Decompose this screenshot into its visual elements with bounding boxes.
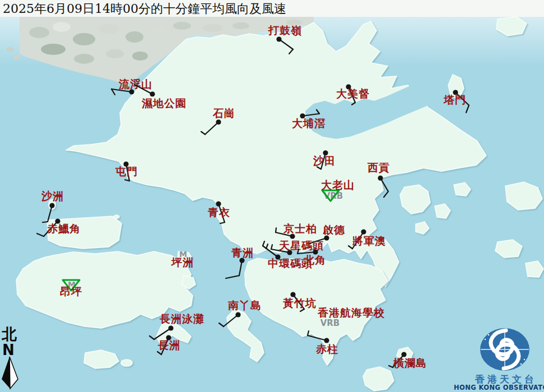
- station-label: 長洲: [157, 339, 180, 351]
- station-label: 塔門: [443, 94, 466, 106]
- station-label: 香港航海學校: [317, 306, 385, 319]
- station-dot: [235, 312, 240, 317]
- station-label: 赤柱: [315, 343, 338, 355]
- station-dot: [324, 235, 329, 240]
- north-label-zh: 北: [1, 325, 17, 343]
- station-label: 南丫島: [227, 299, 262, 311]
- station-label: 大美督: [336, 87, 370, 100]
- wind-barb: [276, 228, 276, 232]
- station-label: 流浮山: [118, 78, 152, 90]
- station-label: 打鼓嶺: [268, 24, 302, 36]
- station-label: 北角: [303, 254, 326, 266]
- station-label: 京士柏: [283, 222, 317, 235]
- station-label: 昂坪: [60, 285, 82, 297]
- station-dot: [276, 36, 281, 41]
- station-label: 天星碼頭: [278, 239, 324, 251]
- station-label: 坪洲: [171, 256, 194, 268]
- station-label: 將軍澳: [352, 235, 386, 247]
- station-label: 沙洲: [41, 190, 64, 202]
- station-dot: [378, 175, 383, 180]
- station-label: 屯門: [115, 165, 138, 178]
- station-flag-vrb: VRB: [320, 318, 340, 328]
- station-label: 濕地公園: [141, 97, 187, 109]
- station-label: 青洲: [231, 246, 254, 259]
- map-title: 2025年6月09日14時00分的十分鐘平均風向及風速: [3, 2, 286, 16]
- station-label: 大埔滘: [292, 117, 326, 129]
- station-label: 長洲泳灘: [159, 312, 204, 325]
- station-label: 大老山: [321, 179, 355, 191]
- station-dot: [150, 91, 155, 96]
- station-label: 啟德: [322, 223, 345, 236]
- hko-logo-text-zh: 香港天文台: [475, 374, 537, 385]
- station-dot: [216, 119, 221, 124]
- station-label: 黃竹坑: [282, 297, 317, 309]
- hko-logo-text-en: HONG KONG OBSERVATORY: [454, 384, 544, 391]
- station-label: 沙田: [313, 155, 336, 167]
- station-label: 赤鱲角: [47, 222, 81, 235]
- station-dot: [168, 325, 173, 330]
- station-label: 石崗: [212, 107, 235, 119]
- station-dot: [361, 229, 366, 234]
- wind-map-page: 2025年6月09日14時00分的十分鐘平均風向及風速 打鼓嶺流浮山濕地公園石崗…: [0, 0, 544, 392]
- hk-wind-map: 2025年6月09日14時00分的十分鐘平均風向及風速 打鼓嶺流浮山濕地公園石崗…: [0, 0, 544, 392]
- station-label: 青衣: [207, 206, 230, 218]
- station-label: 橫瀾島: [393, 357, 427, 369]
- north-label-en: N: [2, 342, 15, 358]
- station-dot: [49, 203, 54, 208]
- station-label: 西貢: [367, 161, 390, 174]
